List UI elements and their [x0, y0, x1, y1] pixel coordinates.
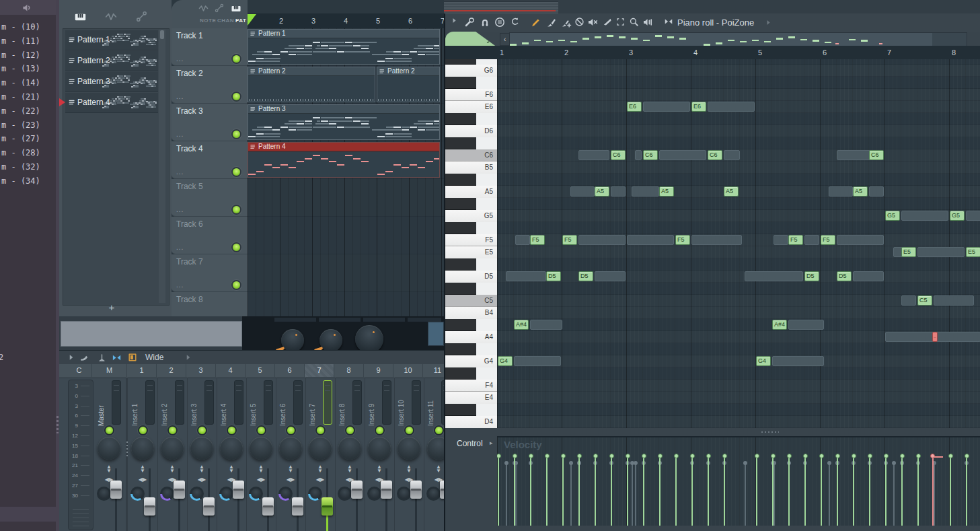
stereo-sep-knob[interactable]: [426, 487, 441, 501]
browser-item[interactable]: m - (13): [0, 62, 56, 76]
note-F5[interactable]: F5: [675, 235, 690, 245]
track-header[interactable]: Track 4...: [172, 141, 248, 179]
minimap-back-button[interactable]: ‹: [500, 33, 510, 46]
options-menu-icon[interactable]: [494, 17, 505, 28]
mode-tab-note[interactable]: NOTE: [200, 17, 216, 24]
playlist-clip[interactable]: Pattern 2: [377, 67, 440, 102]
volume-knob[interactable]: [131, 437, 154, 460]
channel-enable-led[interactable]: [406, 427, 413, 434]
control-target-label[interactable]: Control: [457, 439, 483, 448]
mixer-channel-insert-10[interactable]: Insert 10▲▼◀▶: [394, 378, 424, 531]
browser-header[interactable]: [0, 0, 56, 15]
routing-arrows-icon[interactable]: ▲▼: [198, 465, 205, 473]
track-options[interactable]: ...: [176, 168, 184, 176]
stereo-sep-knob[interactable]: [160, 487, 174, 501]
fader-handle[interactable]: [262, 497, 274, 516]
track-options[interactable]: ...: [176, 55, 184, 63]
piano-roll-minimap[interactable]: [509, 32, 967, 47]
mixer-channel-insert-5[interactable]: Insert 5▲▼◀▶: [246, 378, 276, 531]
mixer-channel-insert-3[interactable]: Insert 3▲▼◀▶: [187, 378, 217, 531]
velocity-cap[interactable]: [852, 454, 856, 458]
routing-arrows-icon[interactable]: ▲▼: [317, 465, 324, 473]
track-options[interactable]: ...: [176, 131, 184, 138]
piano-key-D5[interactable]: D5: [445, 271, 497, 283]
paint-tool-icon[interactable]: [545, 17, 557, 28]
pattern-mode-icon[interactable]: [231, 3, 241, 14]
playback-tool-icon[interactable]: [642, 17, 653, 28]
audio-mode-icon[interactable]: [198, 3, 209, 13]
select-tool-icon[interactable]: [615, 17, 626, 27]
note-G4[interactable]: G4: [756, 356, 771, 366]
mode-tab-chan[interactable]: CHAN: [217, 17, 234, 24]
channel-enable-led[interactable]: [228, 427, 235, 434]
channel-enable-led[interactable]: [198, 427, 206, 434]
note-E6[interactable]: E6: [691, 102, 706, 112]
note-C5[interactable]: C5: [917, 295, 932, 306]
note-D5[interactable]: D5: [837, 271, 852, 281]
pan-arrows-icon[interactable]: ◀▶: [315, 476, 325, 483]
piano-key-G5[interactable]: G5: [445, 210, 497, 222]
mixer-compare-icon[interactable]: [112, 353, 122, 363]
tools-icon[interactable]: [464, 17, 475, 28]
fader-handle[interactable]: [144, 497, 155, 516]
piano-key-G4[interactable]: G4: [445, 355, 497, 367]
channel-enable-led[interactable]: [346, 427, 354, 434]
velocity-stem[interactable]: [595, 458, 596, 526]
volume-knob[interactable]: [250, 437, 272, 460]
fader-handle[interactable]: [233, 481, 244, 499]
pattern-item[interactable]: Pattern 1: [65, 30, 158, 50]
track-header[interactable]: Track 8...: [172, 292, 248, 316]
velocity-cap[interactable]: [819, 454, 824, 458]
velocity-cap[interactable]: [545, 454, 550, 458]
note-A5[interactable]: A5: [659, 186, 674, 197]
slide-note-A4[interactable]: ..: [932, 332, 938, 342]
playhead-marker[interactable]: [248, 14, 256, 26]
mixer-channel-insert-2[interactable]: Insert 2▲▼◀▶: [157, 378, 188, 531]
velocity-stem[interactable]: [837, 458, 838, 526]
note-F5[interactable]: F5: [530, 235, 545, 245]
velocity-cap[interactable]: [787, 454, 792, 458]
piano-key-A5[interactable]: A5: [445, 186, 497, 198]
stereo-sep-knob[interactable]: [308, 487, 322, 501]
piano-key-F5[interactable]: F5: [445, 234, 497, 246]
channel-enable-led[interactable]: [139, 427, 147, 434]
routing-arrows-icon[interactable]: ▲▼: [228, 465, 235, 473]
mixer-header-10[interactable]: 10: [393, 364, 423, 377]
velocity-cap[interactable]: [868, 454, 872, 458]
piano-key-D#4[interactable]: [445, 404, 497, 416]
velocity-cap[interactable]: [529, 454, 533, 458]
mixer-menu-arrow-icon[interactable]: [67, 353, 75, 361]
velocity-cap[interactable]: [497, 454, 501, 458]
slide-velocity-stem[interactable]: [932, 458, 934, 526]
mixer-layout-label[interactable]: Wide: [145, 353, 163, 362]
plugin-knob[interactable]: [281, 329, 304, 350]
piano-key-A#4[interactable]: [445, 319, 497, 331]
mixer-channel-insert-8[interactable]: Insert 8▲▼◀▶: [335, 378, 365, 531]
routing-arrows-icon[interactable]: ▲▼: [376, 465, 383, 473]
pattern-item[interactable]: Pattern 4: [65, 93, 158, 113]
mixer-channel-insert-4[interactable]: Insert 4▲▼◀▶: [217, 378, 247, 531]
piano-key-D#5[interactable]: [445, 258, 497, 271]
velocity-stem[interactable]: [966, 458, 967, 526]
channel-enable-led[interactable]: [376, 427, 383, 434]
piano-key-G6[interactable]: G6: [445, 65, 497, 77]
volume-knob[interactable]: [398, 437, 420, 460]
note-G5[interactable]: G5: [950, 211, 965, 221]
velocity-stem[interactable]: [546, 458, 548, 526]
browser-item[interactable]: m - (23): [0, 118, 56, 133]
velocity-cap[interactable]: [965, 454, 969, 458]
piano-key-G#5[interactable]: [445, 198, 497, 210]
velocity-stem[interactable]: [853, 458, 854, 526]
undo-icon[interactable]: [510, 17, 520, 27]
routing-arrows-icon[interactable]: ▲▼: [139, 465, 146, 473]
routing-arrows-icon[interactable]: ▲▼: [169, 465, 176, 473]
channel-enable-led[interactable]: [287, 427, 295, 434]
title-next-arrow-icon[interactable]: [765, 19, 772, 26]
volume-knob[interactable]: [98, 437, 120, 460]
note-F5[interactable]: F5: [562, 235, 577, 245]
browser-item[interactable]: m - (28): [0, 146, 56, 160]
scrollbar-thumb[interactable]: [160, 30, 164, 39]
mixer-plugin-icon[interactable]: [97, 353, 107, 363]
track-mute-led[interactable]: [233, 93, 240, 100]
playlist-timeline[interactable]: 234567: [248, 13, 444, 29]
